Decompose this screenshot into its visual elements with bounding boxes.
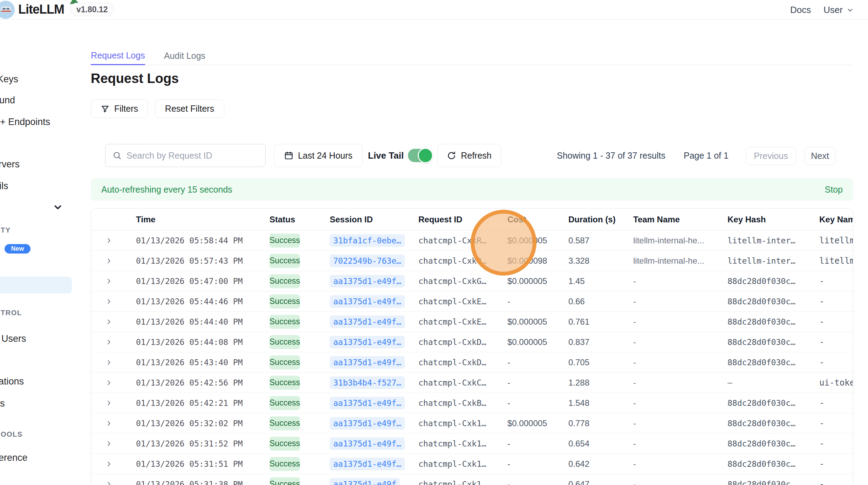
header-duration: Duration (s) xyxy=(568,215,633,224)
sidebar-item-erence[interactable]: erence xyxy=(0,452,28,463)
live-tail-toggle[interactable] xyxy=(408,149,432,162)
chevron-right-icon[interactable] xyxy=(105,338,113,346)
sidebar-item-selected[interactable] xyxy=(0,277,72,293)
cell-cost: - xyxy=(507,439,568,449)
litellm-logo-icon xyxy=(0,1,15,19)
chevron-right-icon[interactable] xyxy=(105,257,113,265)
refresh-label: Refresh xyxy=(461,151,492,161)
search-input[interactable] xyxy=(127,151,246,161)
sidebar-item-keys[interactable]: Keys xyxy=(0,74,18,85)
session-id-link[interactable]: aa1375d1-e49f… xyxy=(330,316,405,328)
cell-time: 01/13/2026 05:44:08 PM xyxy=(136,338,269,347)
cell-team-name: - xyxy=(633,439,727,449)
nav-user-menu[interactable]: User xyxy=(823,5,854,15)
calendar-icon xyxy=(284,151,293,160)
session-id-link[interactable]: aa1375d1-e49f… xyxy=(330,275,405,287)
previous-page-button[interactable]: Previous xyxy=(746,147,796,165)
cell-key-name: litellm-int xyxy=(819,236,853,245)
cell-key-hash: 88dc28d0f030c… xyxy=(727,439,819,448)
chevron-right-icon[interactable] xyxy=(105,298,113,305)
cell-status: Success xyxy=(269,396,330,410)
cell-cost: - xyxy=(507,398,568,408)
status-badge: Success xyxy=(269,234,300,248)
chevron-right-icon[interactable] xyxy=(105,237,113,244)
session-id-link[interactable]: aa1375d1-e49f… xyxy=(330,458,405,470)
cell-time: 01/13/2026 05:43:40 PM xyxy=(136,358,269,367)
row-expand-cell xyxy=(91,338,136,346)
session-id-link[interactable]: aa1375d1-e49f… xyxy=(330,437,405,450)
sidebar-item-ils[interactable]: ils xyxy=(0,181,8,192)
cell-key-hash: 88dc28d0f030c… xyxy=(727,317,819,326)
cell-time: 01/13/2026 05:42:56 PM xyxy=(136,378,269,387)
cell-key-name: - xyxy=(819,439,853,449)
chevron-right-icon[interactable] xyxy=(105,318,113,326)
sidebar-item-endpoints[interactable]: + Endpoints xyxy=(0,117,50,127)
sidebar-item-ations[interactable]: ations xyxy=(0,376,24,387)
auto-refresh-message: Auto-refreshing every 15 seconds xyxy=(101,185,232,195)
stop-auto-refresh-button[interactable]: Stop xyxy=(825,185,843,195)
cell-key-hash: 88dc28d0f030c… xyxy=(727,277,819,286)
filters-button[interactable]: Filters xyxy=(91,99,148,118)
sidebar-item-users[interactable]: Users xyxy=(1,333,26,344)
session-id-link[interactable]: aa1375d1-e49f… xyxy=(330,295,405,308)
cell-team-name: - xyxy=(633,276,727,286)
sidebar-section-ty: TY xyxy=(1,226,11,234)
chevron-right-icon[interactable] xyxy=(105,420,113,427)
cell-request-id: chatcmpl-CxkC… xyxy=(418,378,507,387)
next-page-button[interactable]: Next xyxy=(805,147,835,165)
cell-cost: - xyxy=(507,378,568,388)
chevron-right-icon[interactable] xyxy=(105,399,113,407)
nav-docs-link[interactable]: Docs xyxy=(790,5,811,15)
status-badge: Success xyxy=(269,315,300,329)
cell-request-id: chatcmpl-Cxk1… xyxy=(418,439,507,448)
cell-key-name: - xyxy=(819,276,853,286)
cell-duration: 1.548 xyxy=(568,398,633,408)
cell-team-name: - xyxy=(633,418,727,428)
cell-duration: 0.837 xyxy=(568,337,633,347)
cell-time: 01/13/2026 05:31:52 PM xyxy=(136,439,269,448)
filters-button-label: Filters xyxy=(114,104,138,114)
cell-duration: 3.328 xyxy=(568,256,633,266)
cell-time: 01/13/2026 05:42:21 PM xyxy=(136,399,269,408)
chevron-right-icon[interactable] xyxy=(105,277,113,285)
chevron-right-icon[interactable] xyxy=(105,460,113,468)
chevron-right-icon[interactable] xyxy=(105,359,113,366)
session-id-link[interactable]: aa1375d1-e49f… xyxy=(330,417,405,430)
cell-session-id: 7022549b-763e… xyxy=(330,255,418,267)
time-range-button[interactable]: Last 24 Hours xyxy=(274,144,363,167)
cell-time: 01/13/2026 05:57:43 PM xyxy=(136,256,269,265)
sidebar-item-und[interactable]: und xyxy=(0,95,15,106)
status-badge: Success xyxy=(269,457,300,471)
cell-request-id: chatcmpl-CxkD… xyxy=(418,338,507,347)
cell-team-name: - xyxy=(633,317,727,327)
chevron-right-icon[interactable] xyxy=(105,379,113,387)
chevron-right-icon[interactable] xyxy=(105,480,113,485)
session-id-link[interactable]: 7022549b-763e… xyxy=(330,255,405,267)
sidebar-item-rvers[interactable]: rvers xyxy=(0,159,20,170)
refresh-button[interactable]: Refresh xyxy=(437,144,501,167)
table-row: 01/13/2026 05:31:38 PMSuccessaa1375d1-e4… xyxy=(91,474,853,485)
cell-cost: $0.000005 xyxy=(507,276,568,286)
session-id-link[interactable]: aa1375d1-e49f… xyxy=(330,336,405,348)
cell-cost: - xyxy=(507,459,568,469)
session-id-link[interactable]: aa1375d1-e49f… xyxy=(330,397,405,409)
header-time: Time xyxy=(136,215,269,224)
status-badge: Success xyxy=(269,396,300,410)
chevron-right-icon[interactable] xyxy=(105,440,113,448)
sidebar-collapse-chevron-icon[interactable] xyxy=(53,202,63,213)
table-row: 01/13/2026 05:44:08 PMSuccessaa1375d1-e4… xyxy=(91,332,853,352)
session-id-link[interactable]: 31bfa1cf-0ebe… xyxy=(330,234,405,247)
sidebar-item-s[interactable]: s xyxy=(0,398,5,409)
cell-duration: 0.705 xyxy=(568,358,633,367)
session-id-link[interactable]: 31b3b4b4-f527… xyxy=(330,376,405,389)
header-key-hash: Key Hash xyxy=(727,215,819,224)
tab-audit-logs[interactable]: Audit Logs xyxy=(157,47,213,65)
session-id-link[interactable]: aa1375d1-e49f xyxy=(330,478,400,485)
session-id-link[interactable]: aa1375d1-e49f… xyxy=(330,356,405,369)
page-title: Request Logs xyxy=(91,71,179,86)
tab-request-logs[interactable]: Request Logs xyxy=(91,47,145,65)
row-expand-cell xyxy=(91,399,136,407)
reset-filters-button[interactable]: Reset Filters xyxy=(155,99,224,118)
row-expand-cell xyxy=(91,298,136,305)
cell-key-name: - xyxy=(819,337,853,347)
